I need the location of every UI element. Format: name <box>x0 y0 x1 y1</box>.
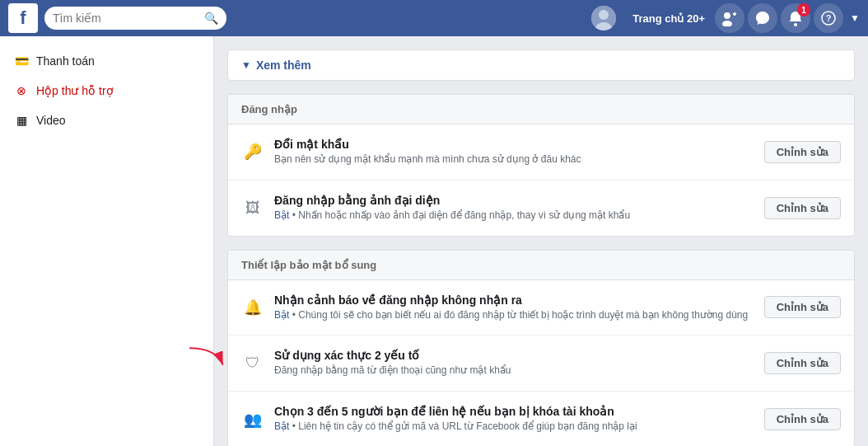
sidebar: 💳 Thanh toán ⊗ Hộp thư hỗ trợ ▦ Video <box>0 36 214 446</box>
bat-label-3: Bật <box>274 420 289 432</box>
home-link[interactable]: Trang chủ 20+ <box>626 9 712 28</box>
ban-be-title: Chọn 3 đến 5 người bạn để liên hệ nếu bạ… <box>274 405 754 418</box>
ban-be-desc: Bật • Liên hệ tin cậy có thể gửi mã và U… <box>274 420 754 434</box>
navbar-right: Trang chủ 20+ 1 ? <box>585 2 860 34</box>
bell-icon: 🔔 <box>241 296 264 319</box>
canh-bao-button[interactable]: Chỉnh sửa <box>764 296 841 318</box>
search-bar: 🔍 <box>44 7 226 30</box>
svg-text:?: ? <box>826 13 832 23</box>
help-btn[interactable]: ? <box>814 3 843 33</box>
svg-point-7 <box>794 23 797 26</box>
ban-be-button[interactable]: Chỉnh sửa <box>764 408 841 430</box>
notifications-btn[interactable]: 1 <box>781 3 810 33</box>
ban-be-desc-text: • Liên hệ tin cậy có thể gửi mã và URL t… <box>292 420 637 432</box>
bat-label: Bật <box>274 209 289 221</box>
canh-bao-content: Nhận cảnh báo về đăng nhập không nhận ra… <box>274 293 754 322</box>
xac-thuc-desc: Đăng nhập bằng mã từ điện thoại cũng như… <box>274 364 754 378</box>
dang-nhap-header: Đăng nhập <box>228 95 854 124</box>
xac-thuc-button[interactable]: Chỉnh sửa <box>764 352 841 374</box>
avatar <box>591 6 616 31</box>
user-profile[interactable] <box>585 2 623 34</box>
support-icon: ⊗ <box>13 82 30 99</box>
sidebar-item-thanh-toan[interactable]: 💳 Thanh toán <box>0 46 213 76</box>
svg-point-3 <box>724 12 730 19</box>
chevron-down-icon: ▼ <box>241 59 251 71</box>
navbar: f 🔍 Trang chủ 20+ <box>0 0 868 36</box>
bao-mat-group: Thiết lập bảo mật bổ sung 🔔 Nhận cảnh bá… <box>227 250 855 446</box>
anh-dai-dien-desc: Bật • Nhấn hoặc nhấp vào ảnh đại diện để… <box>274 209 754 223</box>
anh-dai-dien-row: 🖼 Đăng nhập bằng ảnh đại diện Bật • Nhấn… <box>228 181 854 236</box>
bao-mat-header: Thiết lập bảo mật bổ sung <box>228 251 854 280</box>
doi-mat-khau-content: Đổi mật khẩu Bạn nên sử dụng mật khẩu mạ… <box>274 138 754 167</box>
password-icon: 🔑 <box>241 140 264 163</box>
sidebar-label-hop-thu: Hộp thư hỗ trợ <box>36 84 114 97</box>
doi-mat-khau-title: Đổi mật khẩu <box>274 138 754 151</box>
ban-be-content: Chọn 3 đến 5 người bạn để liên hệ nếu bạ… <box>274 405 754 434</box>
anh-dai-dien-content: Đăng nhập bằng ảnh đại diện Bật • Nhấn h… <box>274 194 754 223</box>
main-content: ▼ Xem thêm Đăng nhập 🔑 Đổi mật khẩu Bạn … <box>214 36 868 446</box>
canh-bao-row: 🔔 Nhận cảnh báo về đăng nhập không nhận … <box>228 280 854 336</box>
svg-point-4 <box>722 21 732 26</box>
anh-dai-dien-title: Đăng nhập bằng ảnh đại diện <box>274 194 754 207</box>
layout: 💳 Thanh toán ⊗ Hộp thư hỗ trợ ▦ Video ▼ … <box>0 36 868 446</box>
sidebar-label-video: Video <box>36 114 66 127</box>
xac-thuc-row: 🛡 Sử dụng xác thực 2 yếu tố Đăng nhập bằ… <box>228 336 854 392</box>
canh-bao-desc: Bật • Chúng tôi sẽ cho bạn biết nếu ai đ… <box>274 308 754 322</box>
payment-icon: 💳 <box>13 53 30 69</box>
search-icon[interactable]: 🔍 <box>204 12 218 25</box>
red-arrow-annotation <box>183 340 236 377</box>
dang-nhap-group: Đăng nhập 🔑 Đổi mật khẩu Bạn nên sử dụng… <box>227 94 855 237</box>
anh-dai-dien-button[interactable]: Chỉnh sửa <box>764 197 841 219</box>
facebook-logo[interactable]: f <box>8 3 38 33</box>
ban-be-row: 👥 Chọn 3 đến 5 người bạn để liên hệ nếu … <box>228 392 854 446</box>
doi-mat-khau-desc: Bạn nên sử dụng mật khẩu mạnh mà mình ch… <box>274 153 754 167</box>
sidebar-label-thanh-toan: Thanh toán <box>36 54 95 68</box>
friend-requests-btn[interactable] <box>715 3 744 33</box>
xem-them-card: ▼ Xem thêm <box>227 49 855 81</box>
canh-bao-desc-text: • Chúng tôi sẽ cho bạn biết nếu ai đó đă… <box>292 309 749 321</box>
sidebar-item-video[interactable]: ▦ Video <box>0 106 213 135</box>
xac-thuc-content: Sử dụng xác thực 2 yếu tố Đăng nhập bằng… <box>274 349 754 378</box>
notification-badge: 1 <box>797 3 810 16</box>
dropdown-arrow[interactable]: ▼ <box>850 12 860 24</box>
xem-them-link[interactable]: Xem thêm <box>256 59 311 72</box>
sidebar-item-hop-thu[interactable]: ⊗ Hộp thư hỗ trợ <box>0 76 213 106</box>
messages-btn[interactable] <box>748 3 777 33</box>
bat-label-2: Bật <box>274 309 289 321</box>
photo-login-icon: 🖼 <box>241 196 264 219</box>
canh-bao-title: Nhận cảnh báo về đăng nhập không nhận ra <box>274 293 754 307</box>
shield-icon: 🛡 <box>241 352 264 375</box>
svg-point-1 <box>599 10 609 20</box>
xem-them-row: ▼ Xem thêm <box>228 50 854 80</box>
video-icon: ▦ <box>13 112 30 129</box>
doi-mat-khau-button[interactable]: Chỉnh sửa <box>764 141 841 163</box>
doi-mat-khau-row: 🔑 Đổi mật khẩu Bạn nên sử dụng mật khẩu … <box>228 124 854 181</box>
friends-icon: 👥 <box>241 408 264 431</box>
search-input[interactable] <box>53 12 201 25</box>
anh-dai-dien-desc-text: • Nhấn hoặc nhấp vào ảnh đại diện để đăn… <box>292 209 630 221</box>
xac-thuc-title: Sử dụng xác thực 2 yếu tố <box>274 349 754 362</box>
